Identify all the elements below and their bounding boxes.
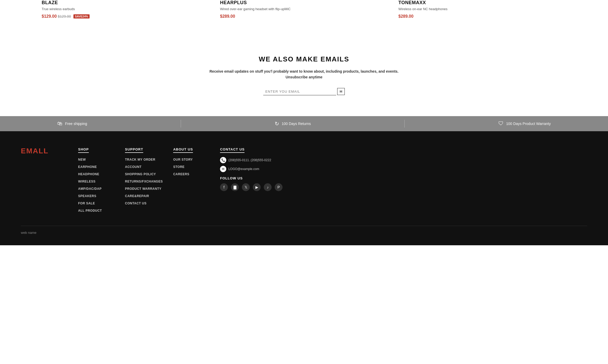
email-section-desc1: Receive email updates on stuff you'l pro… [5, 68, 603, 74]
product-name-hearplus: HEARPLUS [220, 0, 388, 5]
product-card-hearplus: HEARPLUS Wired over-ear gaming headset w… [220, 0, 388, 19]
shop-link-allproduct[interactable]: ALL PRODUCT [78, 209, 102, 212]
footer-col-contact: CONTACT US 📞 (208)555-0111. (208)555-022… [220, 147, 283, 215]
banner-label-shipping: Free shipping [65, 122, 87, 126]
list-item: ALL PRODUCT [78, 208, 115, 213]
footer-support-links: TRACK MY ORDER ACCOUNT SHOPPING POLICY R… [125, 157, 163, 205]
list-item: TRACK MY ORDER [125, 157, 163, 162]
product-price-new-tonemaxx: $289.00 [398, 14, 413, 19]
list-item: ACCOUNT [125, 164, 163, 169]
footer-contact-heading: CONTACT US [220, 147, 245, 153]
shipping-icon: 🛍 [57, 121, 62, 127]
product-card-blaze: BLAZE True wireless earbuds $129.00 $129… [42, 0, 210, 19]
banner-item-returns: ↻ 100 Days Returns [275, 121, 311, 127]
product-desc-blaze: True wireless earbuds [42, 7, 210, 11]
list-item: HEADPHONE [78, 172, 115, 176]
footer-bottom: web name [21, 226, 587, 235]
product-name-tonemaxx: TONEMAXX [398, 0, 566, 5]
footer-logo: EMALL [21, 147, 68, 215]
list-item: OUR STORY [173, 157, 210, 162]
shop-link-earphone[interactable]: EARPHONE [78, 165, 97, 169]
list-item: CONTACT US [125, 201, 163, 205]
pinterest-icon[interactable]: P [275, 183, 283, 191]
shop-link-amp[interactable]: AMP/DAC/DAP [78, 187, 102, 191]
email-submit-button[interactable]: ✉ [337, 88, 345, 95]
about-link-careers[interactable]: CAREERS [173, 172, 189, 176]
support-link-returns[interactable]: RETURNS/FXCHANGES [125, 180, 163, 183]
product-desc-hearplus: Wired over-ear gaming headset with flip-… [220, 7, 388, 11]
shop-link-speakers[interactable]: SPEAKERS [78, 194, 96, 198]
product-price-old-blaze: $129.00 [58, 14, 71, 18]
email-input[interactable] [263, 88, 336, 95]
footer-col-support-heading: SUPPORT [125, 147, 143, 153]
list-item: RETURNS/FXCHANGES [125, 179, 163, 184]
list-item: FOR SALE [78, 201, 115, 205]
shop-link-wireless[interactable]: WIRELESS [78, 180, 96, 183]
shop-link-forsale[interactable]: FOR SALE [78, 202, 95, 205]
footer-col-shop: SHOP NEW EARPHONE HEADPHONE WIRELESS AMP… [78, 147, 115, 215]
footer-col-about: ABOUT US OUR STORY STORE CAREERS [173, 147, 210, 215]
list-item: PRODUCT WARRANTY [125, 186, 163, 191]
list-item: SPEAKERS [78, 193, 115, 198]
list-item: EARPHONE [78, 164, 115, 169]
list-item: CARE&REPAIR [125, 193, 163, 198]
email-section: WE ALSO MAKE EMAILS Receive email update… [0, 40, 608, 116]
youtube-icon[interactable]: ▶ [253, 183, 261, 191]
banner-label-returns: 100 Days Returns [282, 122, 311, 126]
contact-email: LOGO@example.com [228, 167, 259, 171]
banner-bar: 🛍 Free shipping ↻ 100 Days Returns 🛡 100… [0, 116, 608, 131]
contact-email-item: ✉ LOGO@example.com [220, 166, 283, 172]
list-item: AMP/DAC/DAP [78, 186, 115, 191]
footer: EMALL SHOP NEW EARPHONE HEADPHONE WIRELE… [0, 131, 608, 245]
about-link-ourstory[interactable]: OUR STORY [173, 158, 193, 161]
returns-icon: ↻ [275, 121, 279, 127]
footer-col-about-heading: ABOUT US [173, 147, 193, 153]
product-name-blaze: BLAZE [42, 0, 210, 5]
tiktok-icon[interactable]: ♪ [264, 183, 272, 191]
support-link-warranty[interactable]: PRODUCT WARRANTY [125, 187, 161, 191]
support-link-track[interactable]: TRACK MY ORDER [125, 158, 155, 161]
support-link-contact[interactable]: CONTACT US [125, 202, 147, 205]
list-item: STORE [173, 164, 210, 169]
list-item: SHOPPING POLICY [125, 172, 163, 176]
follow-us-section: FOLLOW US f ▇ 𝕏 ▶ ♪ P [220, 176, 283, 191]
product-price-new-hearplus: $289.00 [220, 14, 235, 19]
follow-us-heading: FOLLOW US [220, 176, 283, 180]
email-form: ✉ [5, 88, 603, 95]
email-section-desc2: Unsubscribe anytime [5, 74, 603, 80]
shop-link-new[interactable]: NEW [78, 158, 86, 161]
banner-item-shipping: 🛍 Free shipping [57, 121, 87, 127]
list-item: CAREERS [173, 172, 210, 176]
banner-divider-1 [181, 120, 181, 128]
contact-phone-item: 📞 (208)555-0111. (208)555-0222 [220, 157, 283, 163]
instagram-icon[interactable]: ▇ [231, 183, 239, 191]
product-desc-tonemaxx: Wireless on-ear NC headphones [398, 7, 566, 11]
banner-item-warranty: 🛡 100 Days Product Warranty [498, 121, 551, 127]
social-icons-group: f ▇ 𝕏 ▶ ♪ P [220, 183, 283, 191]
email-section-title: WE ALSO MAKE EMAILS [5, 55, 603, 63]
contact-phone: (208)555-0111. (208)555-0222 [228, 158, 271, 162]
footer-shop-links: NEW EARPHONE HEADPHONE WIRELESS AMP/DAC/… [78, 157, 115, 213]
support-link-shopping[interactable]: SHOPPING POLICY [125, 172, 156, 176]
banner-label-warranty: 100 Days Product Warranty [506, 122, 551, 126]
email-icon: ✉ [220, 166, 226, 172]
product-price-new-blaze: $129.00 [42, 14, 57, 19]
footer-inner: EMALL SHOP NEW EARPHONE HEADPHONE WIRELE… [21, 147, 587, 215]
support-link-care[interactable]: CARE&REPAIR [125, 194, 149, 198]
save-badge-blaze: SAVE24% [73, 14, 89, 18]
footer-col-shop-heading: SHOP [78, 147, 89, 153]
shop-link-headphone[interactable]: HEADPHONE [78, 172, 99, 176]
envelope-icon: ✉ [340, 90, 342, 93]
footer-col-support: SUPPORT TRACK MY ORDER ACCOUNT SHOPPING … [125, 147, 163, 215]
phone-icon: 📞 [220, 157, 226, 163]
footer-bottom-text: web name [21, 231, 36, 235]
footer-about-links: OUR STORY STORE CAREERS [173, 157, 210, 176]
about-link-store[interactable]: STORE [173, 165, 185, 169]
banner-divider-2 [404, 120, 405, 128]
list-item: NEW [78, 157, 115, 162]
support-link-account[interactable]: ACCOUNT [125, 165, 142, 169]
facebook-icon[interactable]: f [220, 183, 228, 191]
warranty-icon: 🛡 [498, 121, 504, 127]
twitter-icon[interactable]: 𝕏 [242, 183, 250, 191]
list-item: WIRELESS [78, 179, 115, 184]
